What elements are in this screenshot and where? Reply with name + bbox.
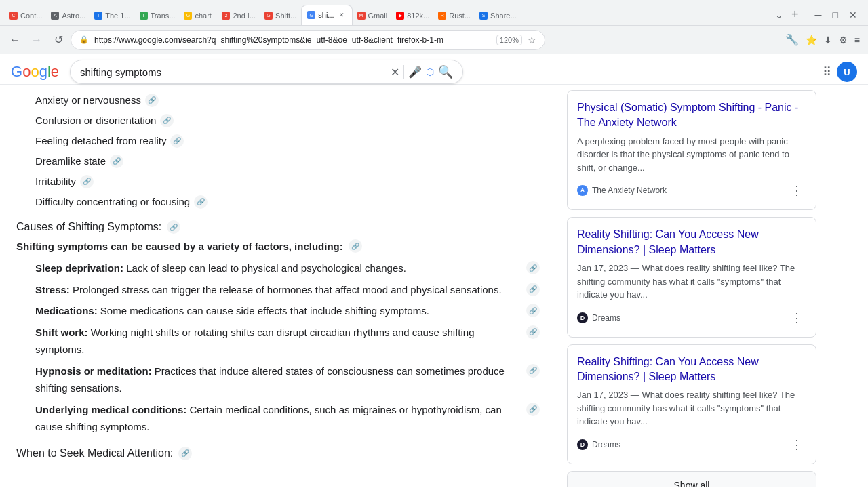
google-logo[interactable]: Google	[11, 63, 59, 81]
page-header: Google ✕ 🎤 ⬡ 🔍 ⠿ U	[0, 54, 868, 85]
cause-text-shiftwork: Working night shifts or rotating shifts …	[35, 327, 475, 356]
tab-favicon-rust: R	[438, 12, 446, 20]
close-window-button[interactable]: ✕	[844, 8, 863, 22]
link-icon-causes[interactable]: 🔗	[167, 220, 180, 234]
tab-label-trans: Trans...	[151, 12, 176, 20]
right-sidebar: Physical (Somatic) Symptom Shifting - Pa…	[556, 85, 827, 487]
nav-bar: ← → ↺ 🔒 120% ☆ 🔧 ⭐ ⬇ ⚙ ≡	[0, 26, 868, 54]
tab-favicon-shift: G	[264, 12, 273, 20]
symptom-text-irritability: Irritability	[35, 171, 76, 192]
back-button[interactable]: ←	[5, 30, 24, 49]
tab-label-share: Share...	[490, 12, 517, 20]
reload-button[interactable]: ↺	[49, 30, 68, 49]
extensions-button[interactable]: 🔧	[783, 30, 802, 49]
cause-text-sleep: Lack of sleep can lead to physical and p…	[123, 262, 406, 274]
three-dot-button-1[interactable]: ⋮	[787, 181, 806, 200]
link-icon-dreamlike[interactable]: 🔗	[110, 155, 123, 168]
menu-button[interactable]: ≡	[852, 32, 863, 48]
forward-button[interactable]: →	[27, 30, 46, 49]
show-all-button[interactable]: Show all	[567, 471, 816, 487]
cause-item-sleep: Sleep deprivation: Lack of sleep can lea…	[35, 260, 540, 277]
link-icon-hypnosis[interactable]: 🔗	[526, 364, 540, 378]
maximize-button[interactable]: □	[827, 8, 844, 22]
cause-text-stress: Prolonged stress can trigger the release…	[70, 284, 502, 296]
link-icon-confusion[interactable]: 🔗	[160, 114, 174, 127]
lens-search-button[interactable]: ⬡	[426, 66, 434, 77]
voice-search-button[interactable]: 🎤	[408, 66, 422, 79]
cause-text-medications: Some medications can cause side effects …	[98, 305, 429, 317]
tab-trans[interactable]: T Trans...	[136, 6, 180, 25]
tab-cont[interactable]: C Cont...	[5, 6, 46, 25]
url-input[interactable]	[94, 35, 491, 45]
tab-label-astro: Astro...	[62, 12, 85, 20]
minimize-button[interactable]: ─	[810, 8, 827, 22]
star-icon[interactable]: ☆	[528, 35, 536, 45]
result-card-1: Physical (Somatic) Symptom Shifting - Pa…	[567, 90, 816, 210]
more-tabs-button[interactable]: ⌄	[772, 8, 786, 22]
new-tab-button[interactable]: +	[787, 6, 803, 23]
search-bar[interactable]: ✕ 🎤 ⬡ 🔍	[70, 60, 463, 84]
bookmark-button[interactable]: ⭐	[803, 32, 820, 48]
link-icon-when[interactable]: 🔗	[178, 447, 192, 460]
search-submit-button[interactable]: 🔍	[438, 64, 453, 79]
source-favicon-1: A	[577, 185, 588, 196]
link-icon-medications[interactable]: 🔗	[526, 304, 540, 317]
link-icon-anxiety[interactable]: 🔗	[145, 94, 159, 107]
result-source-2: D Dreams	[577, 312, 620, 323]
result-snippet-1: A perplexing problem faced by most peopl…	[577, 135, 806, 175]
search-input[interactable]	[80, 66, 384, 78]
tab-shi-active[interactable]: G shi... ✕	[301, 5, 352, 25]
link-icon-medical[interactable]: 🔗	[526, 403, 540, 416]
tab-2nd[interactable]: 2 2nd I...	[218, 6, 260, 25]
causes-list: Sleep deprivation: Lack of sleep can lea…	[16, 260, 540, 436]
result-title-3[interactable]: Reality Shifting: Can You Access New Dim…	[577, 354, 806, 385]
tab-favicon-trans: T	[140, 12, 148, 20]
tab-close-shi[interactable]: ✕	[337, 10, 347, 20]
source-favicon-2: D	[577, 312, 588, 323]
cause-bold-shiftwork: Shift work:	[35, 327, 88, 338]
result-title-1[interactable]: Physical (Somatic) Symptom Shifting - Pa…	[577, 100, 806, 131]
tab-share[interactable]: S Share...	[475, 6, 521, 25]
cause-bold-medications: Medications:	[35, 305, 98, 317]
search-actions: ✕ 🎤 ⬡ 🔍	[391, 64, 453, 79]
tab-812k[interactable]: ▶ 812k...	[392, 6, 433, 25]
clear-search-button[interactable]: ✕	[391, 66, 399, 79]
tabs-container: C Cont... A Astro... T The 1... T Trans.…	[5, 5, 772, 25]
result-footer-1: A The Anxiety Network ⋮	[577, 181, 806, 200]
list-item: Feeling detached from reality 🔗	[35, 131, 540, 151]
tab-chart[interactable]: G chart	[180, 6, 217, 25]
link-icon-stress[interactable]: 🔗	[526, 283, 540, 296]
tab-label-gmail: Gmail	[368, 12, 388, 20]
tab-rust[interactable]: R Rust...	[434, 6, 475, 25]
download-button[interactable]: ⬇	[821, 32, 835, 48]
tab-the1[interactable]: T The 1...	[90, 6, 134, 25]
cause-item-medical: Underlying medical conditions: Certain m…	[35, 401, 540, 436]
google-apps-button[interactable]: ⠿	[823, 64, 831, 79]
tab-astro[interactable]: A Astro...	[47, 6, 90, 25]
link-icon-sleep[interactable]: 🔗	[526, 261, 540, 274]
link-icon-difficulty[interactable]: 🔗	[194, 195, 208, 209]
three-dot-button-3[interactable]: ⋮	[787, 435, 806, 454]
three-dot-button-2[interactable]: ⋮	[787, 308, 806, 327]
tab-favicon-the1: T	[94, 12, 102, 20]
symptom-text-difficulty: Difficulty concentrating or focusing	[35, 192, 190, 212]
page-content: Anxiety or nervousness 🔗 Confusion or di…	[0, 85, 868, 487]
link-icon-shiftwork[interactable]: 🔗	[526, 325, 540, 339]
main-content: Anxiety or nervousness 🔗 Confusion or di…	[0, 85, 556, 487]
result-source-1: A The Anxiety Network	[577, 185, 667, 196]
settings-button[interactable]: ⚙	[836, 32, 850, 48]
result-footer-2: D Dreams ⋮	[577, 308, 806, 327]
symptom-text-dreamlike: Dreamlike state	[35, 151, 106, 171]
link-icon-irritability[interactable]: 🔗	[80, 175, 94, 188]
tab-shift[interactable]: G Shift...	[260, 6, 300, 25]
google-avatar[interactable]: U	[837, 62, 857, 82]
result-title-2[interactable]: Reality Shifting: Can You Access New Dim…	[577, 227, 806, 258]
address-bar[interactable]: 🔒 120% ☆	[71, 30, 545, 50]
link-icon-intro[interactable]: 🔗	[349, 239, 362, 253]
result-footer-3: D Dreams ⋮	[577, 435, 806, 454]
symptoms-list: Anxiety or nervousness 🔗 Confusion or di…	[16, 90, 540, 212]
tab-favicon-812k: ▶	[396, 12, 404, 20]
tab-gmail[interactable]: M Gmail	[353, 6, 392, 25]
link-icon-detached[interactable]: 🔗	[170, 134, 184, 148]
tab-label-the1: The 1...	[105, 12, 130, 20]
